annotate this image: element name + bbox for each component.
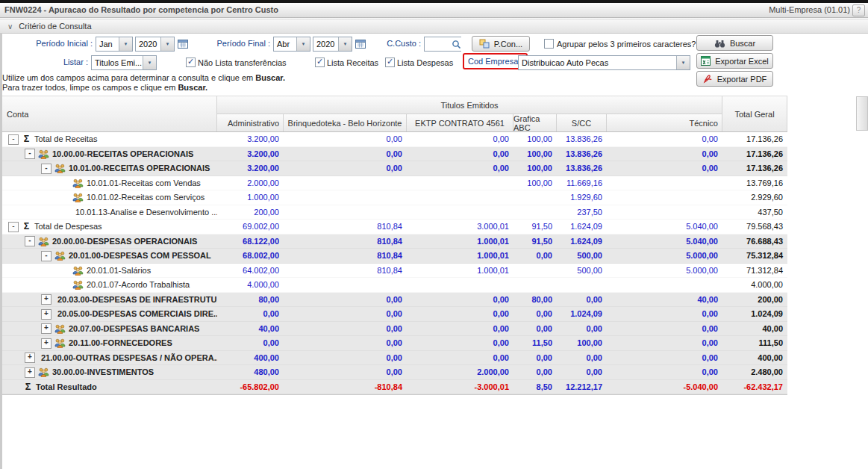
collapse-minus-icon[interactable]: - xyxy=(8,134,19,145)
column-header-administrativo[interactable]: Administrativo xyxy=(217,114,284,131)
table-row[interactable]: - 10.01.00-RECEITAS OPERACIONAIS3.200,00… xyxy=(2,161,787,176)
value-cell: 100,00 xyxy=(513,147,557,162)
table-row[interactable]: 10.01.13-Analise e Desenvolvimento ...20… xyxy=(2,205,787,220)
value-cell: 91,50 xyxy=(513,220,557,234)
expand-plus-icon[interactable]: + xyxy=(41,294,51,305)
column-header-tecnico[interactable]: Técnico xyxy=(607,114,722,131)
expand-plus-icon[interactable]: + xyxy=(41,323,51,334)
dropdown-arrow-icon[interactable]: ▼ xyxy=(296,37,310,51)
value-cell: 810,84 xyxy=(284,249,407,264)
dropdown-arrow-icon[interactable]: ▼ xyxy=(119,37,132,51)
value-cell: 80,00 xyxy=(217,293,284,308)
table-row[interactable]: + 30.00.00-INVESTIMENTOS480,000,002.000,… xyxy=(2,365,787,380)
expand-plus-icon[interactable]: + xyxy=(25,367,35,378)
vertical-scrollbar[interactable] xyxy=(856,96,868,131)
value-cell: 11.669,16 xyxy=(557,176,607,191)
collapse-minus-icon[interactable]: - xyxy=(25,236,35,246)
dropdown-arrow-icon[interactable]: ▼ xyxy=(676,56,690,69)
table-row[interactable]: + 20.05.00-DESPESAS COMERCIAIS DIRE...0,… xyxy=(2,307,787,322)
value-cell: 480,00 xyxy=(217,365,284,380)
check-icon: ✓ xyxy=(187,57,194,66)
conta-cell: + 30.00.00-INVESTIMENTOS xyxy=(2,365,217,380)
table-row[interactable]: -ΣTotal de Receitas3.200,000,000,00100,0… xyxy=(2,132,787,147)
expand-plus-icon[interactable]: + xyxy=(25,352,35,363)
pcon-button[interactable]: P.Con... xyxy=(472,36,530,52)
sigma-icon: Σ xyxy=(22,132,31,147)
expand-plus-icon[interactable]: + xyxy=(41,338,51,349)
collapse-minus-icon[interactable]: - xyxy=(41,164,51,174)
table-row[interactable]: 20.01.01-Salários64.002,00810,841.000,01… xyxy=(2,264,787,279)
total-cell: 1.024,09 xyxy=(722,307,787,322)
ccusto-label: C.Custo : xyxy=(382,39,421,48)
group-icon xyxy=(72,266,84,276)
grid-header: Conta Titulos Emitidos Administrativo Br… xyxy=(2,96,787,132)
value-cell: -65.802,00 xyxy=(217,380,284,395)
value-cell: 13.836,26 xyxy=(557,161,607,176)
help-button[interactable]: ? xyxy=(852,4,865,16)
calendar-icon[interactable] xyxy=(178,39,188,49)
periodo-inicial-month-select[interactable]: Jan ▼ xyxy=(96,37,133,52)
table-row[interactable]: - 20.01.00-DESPESAS COM PESSOAL68.002,00… xyxy=(2,249,787,264)
dropdown-arrow-icon[interactable]: ▼ xyxy=(338,37,352,51)
value-cell: 500,00 xyxy=(557,264,607,279)
conta-cell: ΣTotal Resultado xyxy=(2,380,217,395)
table-row[interactable]: ΣTotal Resultado-65.802,00-810,84-3.000,… xyxy=(2,380,787,396)
results-grid: Conta Titulos Emitidos Administrativo Br… xyxy=(2,96,787,395)
account-label: 20.01.07-Acordo Trabalhista xyxy=(87,278,190,293)
ccusto-field[interactable] xyxy=(424,37,461,52)
nao-lista-transferencias-checkbox[interactable]: ✓ xyxy=(186,58,196,67)
table-row[interactable]: 20.01.07-Acordo Trabalhista4.000,004.000… xyxy=(2,278,787,293)
conta-cell: - 20.01.00-DESPESAS COM PESSOAL xyxy=(2,249,217,264)
value-cell: 0,00 xyxy=(407,147,513,162)
value-cell: 1.024,09 xyxy=(557,307,607,322)
value-cell: 100,00 xyxy=(513,176,557,191)
expand-plus-icon[interactable]: + xyxy=(41,309,51,320)
table-row[interactable]: + 20.03.00-DESPESAS DE INFRAESTRUTU...80… xyxy=(2,293,787,308)
value-cell: 0,00 xyxy=(607,351,722,366)
search-icon[interactable] xyxy=(452,37,461,51)
table-row[interactable]: - 20.00.00-DESPESAS OPERACIONAIS68.122,0… xyxy=(2,234,787,249)
value-cell: 100,00 xyxy=(557,336,607,351)
table-row[interactable]: 10.01.01-Receitas com Vendas2.000,00100,… xyxy=(2,176,787,191)
check-icon: ✓ xyxy=(387,57,393,66)
buscar-button[interactable]: Buscar xyxy=(696,35,773,51)
table-row[interactable]: -ΣTotal de Despesas69.002,00810,843.000,… xyxy=(2,220,787,234)
value-cell: 0,00 xyxy=(407,132,513,147)
value-cell: -810,84 xyxy=(284,380,407,395)
value-cell xyxy=(407,278,513,293)
dropdown-arrow-icon[interactable]: ▼ xyxy=(160,37,174,51)
periodo-final-month-select[interactable]: Abr ▼ xyxy=(273,37,310,52)
calendar-icon[interactable] xyxy=(355,39,366,49)
title-bar: FNW0224 - Apuracao do Resultado por comp… xyxy=(0,3,868,18)
table-row[interactable]: + 20.07.00-DESPESAS BANCARIAS40,000,000,… xyxy=(2,322,787,337)
collapse-minus-icon[interactable]: - xyxy=(25,149,35,159)
table-row[interactable]: + 21.00.00-OUTRAS DESPESAS / NÃO OPERA..… xyxy=(2,351,787,366)
column-header-ektp[interactable]: EKTP CONTRATO 4561 xyxy=(407,114,513,131)
exportar-excel-button[interactable]: Exportar Excel xyxy=(696,53,773,69)
table-row[interactable]: 10.01.02-Receitas com Serviços1.000,001.… xyxy=(2,190,787,205)
lista-despesas-checkbox[interactable]: ✓ xyxy=(385,58,395,67)
table-row[interactable]: - 10.00.00-RECEITAS OPERACIONAIS3.200,00… xyxy=(2,147,787,162)
column-header-brinquedoteka[interactable]: Brinquedoteka - Belo Horizonte xyxy=(284,114,407,131)
collapse-minus-icon[interactable]: - xyxy=(41,251,51,261)
lista-receitas-checkbox[interactable]: ✓ xyxy=(315,58,325,67)
listar-select[interactable]: Titulos Emi... ▼ xyxy=(91,55,157,70)
value-cell: 500,00 xyxy=(557,249,607,264)
exportar-pdf-button[interactable]: Exportar PDF xyxy=(696,71,773,87)
value-cell: 0,00 xyxy=(284,293,407,308)
collapse-chevron-icon[interactable]: ∨ xyxy=(7,20,13,34)
periodo-final-year-select[interactable]: 2020 ▼ xyxy=(313,37,352,52)
total-geral-column-header[interactable]: Total Geral xyxy=(722,96,787,131)
column-header-scc[interactable]: S/CC xyxy=(557,114,607,131)
conta-column-header[interactable]: Conta xyxy=(2,96,217,131)
table-row[interactable]: + 20.11.00-FORNECEDORES0,000,000,0011,50… xyxy=(2,336,787,351)
column-header-grafica-abc[interactable]: Grafica ABC xyxy=(513,114,557,131)
periodo-inicial-year-select[interactable]: 2020 ▼ xyxy=(135,37,175,52)
cod-empresa-select[interactable]: Distribuicao Auto Pecas ▼ xyxy=(518,55,690,70)
hint-line-2: Para trazer todos, limpe os campos e cli… xyxy=(2,83,207,92)
criteria-panel-header[interactable]: ∨Critério de Consulta xyxy=(0,19,868,34)
dropdown-arrow-icon[interactable]: ▼ xyxy=(143,56,156,69)
collapse-minus-icon[interactable]: - xyxy=(8,222,19,232)
ccusto-input[interactable] xyxy=(425,37,452,51)
agrupar-checkbox[interactable] xyxy=(544,39,554,49)
